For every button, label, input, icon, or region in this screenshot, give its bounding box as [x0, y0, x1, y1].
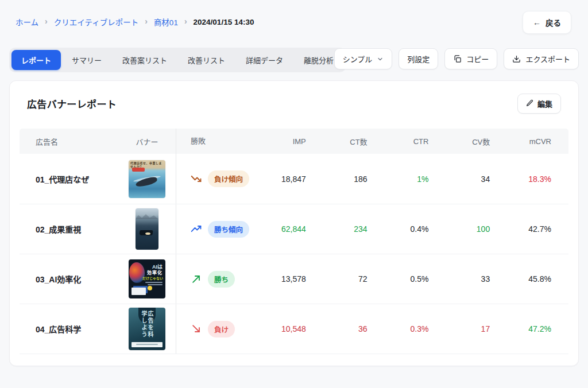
- table-row: 03_AI効率化 AIは 効率化 だけじゃない 勝ち: [20, 254, 568, 304]
- breadcrumb-product-01[interactable]: 商材01: [154, 16, 178, 28]
- status-badge: 負け: [208, 321, 235, 337]
- column-settings-label: 列設定: [407, 53, 430, 64]
- chevron-right-icon: ›: [184, 17, 187, 26]
- export-label: エクスポート: [525, 53, 570, 64]
- ct-value: 186: [323, 174, 385, 184]
- trending-down-icon: [191, 173, 202, 185]
- table-row: 01_代理店なぜ 代理店任せ、卒業しませんか? 負け傾向 18,847 186 …: [20, 154, 568, 204]
- page-title: 広告バナーレポート: [27, 96, 117, 111]
- imp-value: 10,548: [262, 324, 323, 333]
- breadcrumb-home[interactable]: ホーム: [16, 16, 38, 28]
- chevron-right-icon: ›: [45, 17, 48, 26]
- banner-subtitle: 効率化: [147, 269, 163, 276]
- download-icon: [512, 55, 521, 63]
- ctr-value: 0.4%: [385, 224, 446, 234]
- tab-detail-data[interactable]: 詳細データ: [236, 50, 293, 70]
- ad-banner-table: 広告名 バナー 勝敗 IMP CT数 CTR CV数 mCVR 01_代理店なぜ…: [20, 129, 568, 354]
- view-mode-select[interactable]: シンプル: [334, 48, 393, 69]
- tab-improvement-proposal-list[interactable]: 改善案リスト: [113, 50, 177, 70]
- imp-value: 18,847: [262, 174, 323, 184]
- edit-label: 編集: [537, 98, 552, 109]
- breadcrumb-current-timestamp: 2024/01/15 14:30: [194, 18, 254, 26]
- chevron-right-icon: ›: [145, 17, 148, 26]
- column-header-imp: IMP: [262, 137, 323, 146]
- table-row: 02_成果重視 勝ち傾向 62,844 234 0.4% 100 42.7%: [20, 204, 568, 254]
- copy-button[interactable]: コピー: [444, 48, 497, 69]
- banner-image: AIは 効率化 だけじゃない: [129, 259, 165, 298]
- cv-value: 33: [446, 274, 507, 284]
- trending-up-icon: [191, 223, 202, 235]
- mcvr-value: 42.7%: [507, 224, 568, 234]
- mcvr-value: 47.2%: [507, 324, 568, 333]
- ctr-value: 0.3%: [385, 324, 446, 333]
- view-mode-value: シンプル: [343, 53, 373, 64]
- mcvr-value: 18.3%: [507, 174, 568, 184]
- breadcrumb: ホーム › クリエイティブレポート › 商材01 › 2024/01/15 14…: [16, 16, 254, 28]
- ad-name: 03_AI効率化: [20, 273, 118, 285]
- copy-label: コピー: [466, 53, 489, 64]
- tab-bar: レポート サマリー 改善案リスト 改善リスト 詳細データ 離脱分析: [9, 48, 346, 72]
- cv-value: 100: [446, 224, 507, 234]
- tab-report[interactable]: レポート: [11, 50, 61, 70]
- imp-value: 62,844: [262, 224, 323, 234]
- column-header-banner: バナー: [118, 136, 176, 147]
- cv-value: 17: [446, 324, 507, 333]
- ctr-value: 1%: [385, 174, 446, 184]
- tab-improvement-list[interactable]: 改善リスト: [178, 50, 235, 70]
- back-button-label: 戻る: [546, 17, 561, 28]
- banner-image: 代理店任せ、卒業しませんか?: [129, 160, 165, 198]
- ct-value: 234: [323, 224, 385, 234]
- ad-name: 01_代理店なぜ: [20, 173, 118, 185]
- column-header-ad-name: 広告名: [20, 136, 118, 147]
- banner-vertical-text: 広告を科学しよう: [141, 311, 153, 340]
- column-settings-button[interactable]: 列設定: [399, 48, 438, 69]
- tab-summary[interactable]: サマリー: [62, 50, 111, 70]
- column-header-ct: CT数: [323, 136, 385, 147]
- ct-value: 72: [323, 274, 385, 284]
- arrow-left-icon: ←: [533, 18, 541, 27]
- copy-icon: [453, 55, 462, 63]
- column-header-ctr: CTR: [385, 137, 446, 146]
- column-header-result: 勝敗: [176, 129, 262, 154]
- ct-value: 36: [323, 324, 385, 333]
- banner-image: 広告を科学しよう: [129, 308, 165, 350]
- status-badge: 負け傾向: [208, 170, 249, 187]
- toolbar: シンプル 列設定 コピー エクスポート: [334, 48, 579, 69]
- ctr-value: 0.5%: [385, 274, 446, 284]
- mcvr-value: 45.8%: [507, 274, 568, 284]
- report-card: 広告バナーレポート 編集 広告名 バナー 勝敗 IMP CT数 CTR CV数 …: [9, 80, 579, 366]
- column-header-mcvr: mCVR: [507, 137, 568, 146]
- banner-image: [136, 208, 158, 250]
- banner-accent-text: だけじゃない: [142, 276, 163, 281]
- status-badge: 勝ち傾向: [208, 221, 249, 238]
- arrow-up-right-icon: [191, 273, 202, 285]
- breadcrumb-creative-report[interactable]: クリエイティブレポート: [54, 16, 138, 28]
- ad-name: 04_広告科学: [20, 323, 118, 335]
- status-badge: 勝ち: [208, 271, 235, 288]
- table-row: 04_広告科学 広告を科学しよう 負け 10,548 36 0.3%: [20, 304, 568, 354]
- chevron-down-icon: [377, 56, 384, 63]
- imp-value: 13,578: [262, 274, 323, 284]
- arrow-down-right-icon: [191, 323, 202, 335]
- table-header-row: 広告名 バナー 勝敗 IMP CT数 CTR CV数 mCVR: [20, 129, 568, 154]
- cv-value: 34: [446, 174, 507, 184]
- table-body: 01_代理店なぜ 代理店任せ、卒業しませんか? 負け傾向 18,847 186 …: [20, 154, 568, 354]
- column-header-cv: CV数: [446, 136, 507, 147]
- edit-button[interactable]: 編集: [517, 94, 561, 114]
- pencil-icon: [526, 99, 533, 108]
- back-button[interactable]: ← 戻る: [523, 11, 571, 34]
- ad-name: 02_成果重視: [20, 223, 118, 235]
- export-button[interactable]: エクスポート: [504, 48, 579, 69]
